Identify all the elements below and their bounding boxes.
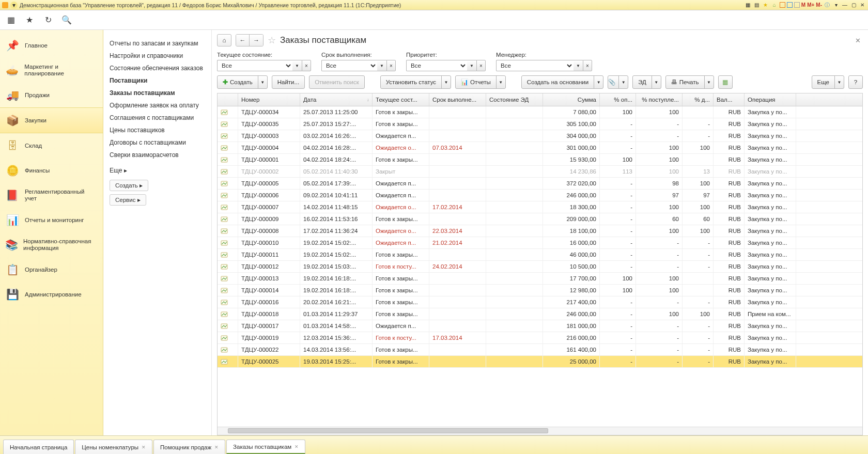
horizontal-scrollbar[interactable] bbox=[218, 427, 862, 435]
sidebar-item-2[interactable]: 🚚Продажи bbox=[0, 83, 103, 107]
sidebar-item-7[interactable]: 📊Отчеты и мониторинг bbox=[0, 208, 103, 232]
column-header[interactable]: Вал... bbox=[714, 93, 745, 106]
subnav-link-3[interactable]: Поставщики bbox=[110, 74, 205, 87]
table-row[interactable]: ТДЦУ-00001912.03.2014 15:36:...Готов к п… bbox=[218, 332, 862, 344]
subnav-link-4[interactable]: Заказы поставщикам bbox=[110, 87, 205, 99]
chevron-down-icon[interactable]: ▼ bbox=[377, 60, 386, 71]
column-header[interactable]: % поступле... bbox=[636, 93, 683, 106]
clear-filter-button[interactable]: × bbox=[583, 60, 592, 71]
attach-button[interactable]: 📎▼ bbox=[608, 75, 628, 89]
clear-filter-button[interactable]: × bbox=[476, 60, 486, 71]
table-row[interactable]: ТДЦУ-00000817.02.2014 11:36:24Ожидается … bbox=[218, 225, 862, 237]
page-star-icon[interactable]: ☆ bbox=[268, 35, 276, 46]
reports-button[interactable]: 📊Отчеты▼ bbox=[455, 75, 506, 89]
subnav-link-6[interactable]: Соглашения с поставщиками bbox=[110, 112, 205, 124]
column-header[interactable]: Текущее сост... bbox=[373, 93, 429, 106]
table-row[interactable]: ТДЦУ-00003525.07.2013 15:27:...Готов к з… bbox=[218, 118, 862, 130]
close-page-button[interactable]: ✕ bbox=[853, 37, 863, 44]
table-row[interactable]: ТДЦУ-00000505.02.2014 17:39:...Ожидается… bbox=[218, 178, 862, 190]
subnav-service-button[interactable]: Сервис ▸ bbox=[110, 194, 146, 206]
table-row[interactable]: ТДЦУ-00003425.07.2013 11:25:00Готов к за… bbox=[218, 106, 862, 118]
table-body[interactable]: ТДЦУ-00003425.07.2013 11:25:00Готов к за… bbox=[218, 106, 862, 427]
sidebar-item-3[interactable]: 📦Закупки bbox=[0, 107, 103, 133]
subnav-link-0[interactable]: Отчеты по запасам и закупкам bbox=[110, 37, 205, 50]
filter-deadline-select[interactable]: Все bbox=[321, 60, 377, 71]
maximize-icon[interactable]: ▢ bbox=[850, 2, 857, 9]
table-row[interactable]: ТДЦУ-00001319.02.2014 16:18:...Готов к з… bbox=[218, 273, 862, 285]
sidebar-item-10[interactable]: 💾Администрирование bbox=[0, 282, 103, 307]
favorite-icon[interactable]: ★ bbox=[24, 14, 35, 26]
subnav-link-2[interactable]: Состояние обеспечения заказов bbox=[110, 62, 205, 74]
sidebar-item-1[interactable]: 🥧Маркетинг и планирование bbox=[0, 58, 103, 83]
square-icon[interactable] bbox=[780, 2, 785, 8]
sidebar-item-5[interactable]: 🪙Финансы bbox=[0, 158, 103, 183]
table-row[interactable]: ТДЦУ-00000714.02.2014 11:48:15Ожидается … bbox=[218, 201, 862, 213]
m-plus-button[interactable]: M+ bbox=[807, 2, 814, 8]
table-row[interactable]: ТДЦУ-00002519.03.2014 15:25:...Готов к з… bbox=[218, 356, 862, 368]
table-row[interactable]: ТДЦУ-00002214.03.2014 13:56:...Готов к з… bbox=[218, 344, 862, 356]
filter-priority-select[interactable]: Все bbox=[406, 60, 467, 71]
tab-close-icon[interactable]: ✕ bbox=[295, 444, 299, 449]
tab-close-icon[interactable]: ✕ bbox=[142, 445, 146, 450]
sidebar-item-9[interactable]: 📋Органайзер bbox=[0, 257, 103, 282]
table-row[interactable]: ТДЦУ-00000303.02.2014 16:26:...Ожидается… bbox=[218, 130, 862, 142]
subnav-link-1[interactable]: Настройки и справочники bbox=[110, 50, 205, 62]
tab-close-icon[interactable]: ✕ bbox=[214, 445, 219, 450]
layout-icon[interactable]: ▤ bbox=[753, 2, 761, 9]
window-tab-3[interactable]: Заказы поставщикам✕ bbox=[226, 440, 305, 454]
create-based-button[interactable]: Создать на основании▼ bbox=[521, 75, 603, 89]
clear-filter-button[interactable]: × bbox=[386, 60, 396, 71]
print-button[interactable]: 🖶Печать▼ bbox=[665, 75, 714, 89]
column-header[interactable]: % д... bbox=[683, 93, 714, 106]
minimize-icon[interactable]: — bbox=[841, 2, 848, 9]
ed-button[interactable]: ЭД▼ bbox=[632, 75, 661, 89]
info-icon[interactable]: ⓘ bbox=[824, 2, 831, 9]
square3-icon[interactable] bbox=[794, 2, 800, 8]
m-minus-button[interactable]: M- bbox=[816, 2, 822, 8]
table-row[interactable]: ТДЦУ-00000404.02.2014 16:28:...Ожидается… bbox=[218, 142, 862, 154]
column-header[interactable]: % оп... bbox=[600, 93, 636, 106]
square2-icon[interactable] bbox=[787, 2, 793, 8]
table-row[interactable]: ТДЦУ-00000104.02.2014 18:24:...Готов к з… bbox=[218, 154, 862, 166]
home-button[interactable]: ⌂ bbox=[217, 34, 231, 46]
grid-icon[interactable]: ▦ bbox=[745, 2, 752, 9]
table-row[interactable]: ТДЦУ-00001119.02.2014 15:02:...Готов к з… bbox=[218, 249, 862, 261]
nav-back-button[interactable]: ← bbox=[236, 35, 250, 46]
table-row[interactable]: ТДЦУ-00000205.02.2014 11:40:30Закрыт14 2… bbox=[218, 166, 862, 178]
filter-state-select[interactable]: Все bbox=[217, 60, 292, 71]
column-header[interactable]: Операция bbox=[745, 93, 796, 106]
subnav-create-button[interactable]: Создать ▸ bbox=[110, 180, 148, 191]
find-button[interactable]: Найти... bbox=[272, 75, 305, 89]
dropdown-icon[interactable]: ▾ bbox=[832, 2, 840, 9]
chevron-down-icon[interactable]: ▼ bbox=[292, 60, 302, 71]
column-header[interactable]: Дата↓ bbox=[300, 93, 373, 106]
table-row[interactable]: ТДЦУ-00001701.03.2014 14:58:...Ожидается… bbox=[218, 320, 862, 332]
search-icon[interactable]: 🔍 bbox=[61, 14, 72, 26]
window-tab-1[interactable]: Цены номенклатуры✕ bbox=[75, 440, 152, 454]
set-status-button[interactable]: Установить статус▼ bbox=[380, 75, 451, 89]
more-button[interactable]: Еще▼ bbox=[812, 75, 844, 89]
sidebar-item-6[interactable]: 📕Регламентированный учет bbox=[0, 183, 103, 208]
create-button[interactable]: ✚Создать▼ bbox=[217, 75, 268, 89]
star-icon[interactable]: ★ bbox=[762, 2, 769, 9]
export-button[interactable]: ▦ bbox=[718, 75, 733, 89]
subnav-link-7[interactable]: Цены поставщиков bbox=[110, 124, 205, 136]
sidebar-item-4[interactable]: 🗄Склад bbox=[0, 133, 103, 158]
help-button[interactable]: ? bbox=[848, 75, 863, 89]
column-header[interactable] bbox=[218, 93, 238, 106]
clear-filter-button[interactable]: × bbox=[302, 60, 311, 71]
subnav-more[interactable]: Еще ▸ bbox=[110, 164, 205, 177]
table-row[interactable]: ТДЦУ-00001419.02.2014 16:18:...Готов к з… bbox=[218, 285, 862, 296]
table-row[interactable]: ТДЦУ-00000609.02.2014 10:41:11Ожидается … bbox=[218, 190, 862, 201]
column-header[interactable]: Сумма bbox=[543, 93, 600, 106]
sidebar-item-0[interactable]: 📌Главное bbox=[0, 33, 103, 58]
subnav-link-5[interactable]: Оформление заявок на оплату bbox=[110, 99, 205, 112]
table-row[interactable]: ТДЦУ-00000916.02.2014 11:53:16Готов к за… bbox=[218, 213, 862, 225]
column-header[interactable]: Номер bbox=[238, 93, 300, 106]
table-row[interactable]: ТДЦУ-00001801.03.2014 11:29:37Готов к за… bbox=[218, 308, 862, 320]
column-header[interactable]: Состояние ЭД bbox=[486, 93, 543, 106]
title-dropdown-icon[interactable]: ▾ bbox=[10, 2, 18, 9]
table-row[interactable]: ТДЦУ-00001219.02.2014 15:03:...Готов к п… bbox=[218, 261, 862, 273]
filter-manager-select[interactable]: Все bbox=[496, 60, 574, 71]
table-row[interactable]: ТДЦУ-00001019.02.2014 15:02:...Ожидается… bbox=[218, 237, 862, 249]
